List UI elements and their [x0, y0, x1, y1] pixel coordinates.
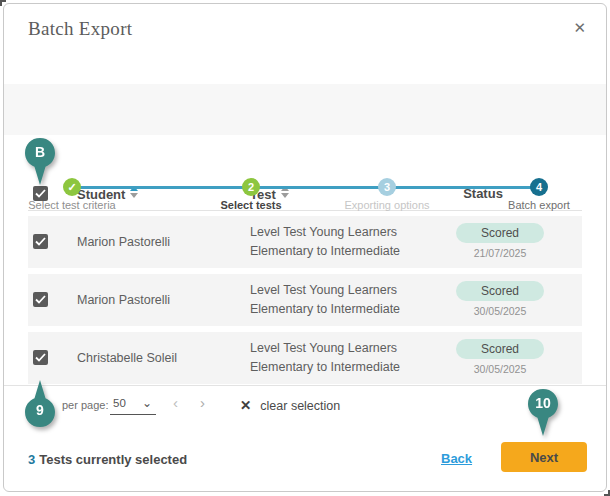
step-3-circle[interactable]: 3: [378, 178, 396, 196]
status-badge: Scored: [456, 281, 544, 301]
student-name: Marion Pastorelli: [77, 216, 170, 268]
clear-selection-label: clear selection: [260, 399, 340, 413]
table-row: Marion Pastorelli Level Test Young Learn…: [28, 274, 582, 326]
table-row: Christabelle Soleil Level Test Young Lea…: [28, 332, 582, 384]
step-2-label: Select tests: [181, 199, 321, 211]
step-4-circle[interactable]: 4: [530, 178, 548, 196]
status-badge: Scored: [456, 339, 544, 359]
crop-mark-bottom-right: [604, 490, 610, 496]
student-name: Marion Pastorelli: [77, 274, 170, 326]
test-name-line2: Elementary to Intermediate: [250, 242, 400, 261]
table-bottom-divider: [4, 385, 606, 386]
test-name: Level Test Young Learners Elementary to …: [250, 339, 400, 377]
per-page-value: 50: [113, 397, 126, 409]
clear-icon: ✕: [240, 398, 251, 413]
test-name: Level Test Young Learners Elementary to …: [250, 281, 400, 319]
next-page-icon[interactable]: ›: [200, 394, 205, 411]
crop-mark-top-left: [0, 0, 6, 6]
test-name-line1: Level Test Young Learners: [250, 339, 400, 358]
chevron-down-icon: ⌄: [142, 396, 152, 410]
next-button[interactable]: Next: [501, 442, 587, 472]
checkbox-check-icon: [35, 295, 46, 304]
stepper-connector: [72, 186, 539, 189]
annotation-marker-b-label: B: [22, 144, 58, 160]
annotation-marker-10-label: 10: [525, 395, 561, 411]
step-2-circle[interactable]: 2: [242, 178, 260, 196]
stepper: ✓ 2 3 4 Select test criteria Select test…: [4, 84, 606, 135]
step-3-label: Exporting options: [317, 199, 457, 211]
annotation-marker-9: 9: [22, 378, 58, 428]
test-name: Level Test Young Learners Elementary to …: [250, 223, 400, 261]
row-checkbox[interactable]: [33, 292, 48, 307]
dialog-title: Batch Export: [28, 18, 132, 40]
prev-page-icon[interactable]: ‹: [173, 394, 178, 411]
checkbox-check-icon: [35, 353, 46, 362]
row-checkbox[interactable]: [33, 234, 48, 249]
selected-count-label: Tests currently selected: [39, 452, 187, 467]
status-badge: Scored: [456, 223, 544, 243]
status-date: 30/05/2025: [456, 305, 544, 317]
selected-count-number: 3: [28, 452, 35, 467]
step-1-circle-check-icon[interactable]: ✓: [63, 178, 81, 196]
checkbox-check-icon: [35, 237, 46, 246]
clear-selection-button[interactable]: ✕clear selection: [240, 396, 340, 414]
annotation-marker-10: 10: [525, 388, 561, 438]
row-checkbox[interactable]: [33, 350, 48, 365]
close-icon[interactable]: ✕: [573, 20, 586, 35]
status-date: 21/07/2025: [456, 247, 544, 259]
student-name: Christabelle Soleil: [77, 332, 177, 384]
table-row: Marion Pastorelli Level Test Young Learn…: [28, 216, 582, 268]
per-page-select[interactable]: 50 ⌄: [110, 395, 156, 415]
per-page-label: per page:: [62, 399, 108, 411]
back-link[interactable]: Back: [441, 451, 472, 466]
test-name-line2: Elementary to Intermediate: [250, 300, 400, 319]
step-4-label: Batch export: [469, 199, 609, 211]
selected-count-text: 3Tests currently selected: [28, 452, 187, 467]
status-date: 30/05/2025: [456, 363, 544, 375]
step-1-label: Select test criteria: [2, 199, 142, 211]
test-name-line1: Level Test Young Learners: [250, 281, 400, 300]
annotation-marker-b: B: [22, 137, 58, 187]
checkbox-check-icon: [35, 189, 46, 198]
annotation-marker-9-label: 9: [22, 402, 58, 418]
test-name-line1: Level Test Young Learners: [250, 223, 400, 242]
test-name-line2: Elementary to Intermediate: [250, 358, 400, 377]
